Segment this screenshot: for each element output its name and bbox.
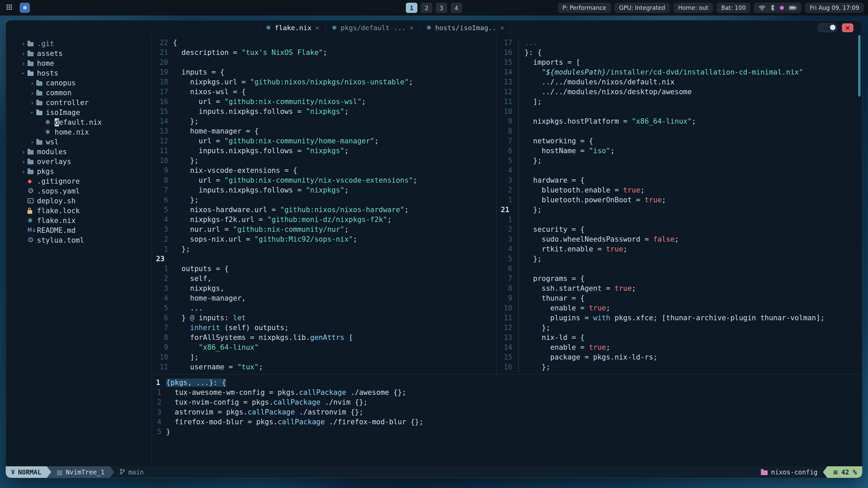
buffer-tab[interactable]: ❄flake.nix× [259, 20, 326, 35]
code-line[interactable]: 7 networking = { [497, 136, 862, 146]
code-line[interactable]: 3 astronvim = pkgs.callPackage ./astronv… [152, 407, 862, 417]
code-line[interactable]: 3 nur.url = "github:nix-community/nur"; [152, 225, 496, 235]
code-line[interactable]: 4 [497, 166, 862, 176]
code-line[interactable]: 5 nixos-hardware.url = "github:nixos/nix… [152, 205, 496, 215]
code-line[interactable]: 7 inputs.nixpkgs.follows = "nixpkgs"; [152, 185, 496, 195]
chevron-right-icon[interactable]: › [28, 99, 36, 107]
tree-item-wsl[interactable]: ›wsl [6, 137, 152, 147]
code-line[interactable]: 3 nixpkgs, [152, 284, 496, 293]
tab-close-icon[interactable]: × [410, 24, 414, 32]
code-line[interactable]: 4 rtkit.enable = true; [497, 244, 862, 254]
code-line[interactable]: 10 ]; [152, 352, 496, 362]
chevron-right-icon[interactable]: › [19, 40, 27, 48]
code-line[interactable]: 12 }; [497, 323, 862, 333]
code-line[interactable]: 23 [152, 254, 496, 264]
code-line[interactable]: 1 outputs = { [152, 264, 496, 274]
code-line[interactable]: 19 inputs = { [152, 67, 496, 77]
code-line[interactable]: 15 inputs.nixpkgs.follows = "nixpkgs"; [152, 107, 496, 117]
tree-item-hosts[interactable]: ›hosts [6, 68, 152, 78]
bluetooth-icon[interactable] [770, 5, 775, 11]
code-line[interactable]: 1{pkgs, ...}: { [152, 378, 862, 388]
chevron-right-icon[interactable]: › [28, 89, 36, 97]
tab-close-icon[interactable]: × [500, 24, 504, 32]
code-line[interactable]: 21 description = "tux's NixOS Flake"; [152, 48, 496, 58]
code-line[interactable]: 9 nixpkgs.hostPlatform = "x86_64-linux"; [497, 117, 862, 126]
code-line[interactable]: 3 sudo.wheelNeedsPassword = false; [497, 235, 862, 244]
code-line[interactable]: 14 }; [152, 117, 496, 126]
tree-item-home[interactable]: ›home [6, 58, 152, 68]
code-line[interactable]: 11 plugins = with pkgs.xfce; [thunar-arc… [497, 313, 862, 323]
tree-item-controller[interactable]: ›controller [6, 98, 152, 107]
chevron-right-icon[interactable]: › [19, 158, 27, 166]
tree-item-common[interactable]: ›common [6, 88, 152, 98]
tree-item-flake.lock[interactable]: flake.lock [6, 206, 152, 216]
code-line[interactable]: 1 [497, 215, 862, 225]
code-line[interactable]: 3 hardware = { [497, 176, 862, 185]
tree-item-stylua.toml[interactable]: ⚙stylua.toml [6, 235, 152, 245]
code-line[interactable]: 12 url = "github:nix-community/home-mana… [152, 136, 496, 146]
chevron-right-icon[interactable]: › [28, 138, 36, 146]
scrollbar[interactable] [858, 35, 861, 97]
apps-menu-button[interactable] [4, 3, 14, 13]
tree-item-overlays[interactable]: ›overlays [6, 157, 152, 166]
window-close-button[interactable]: × [842, 23, 853, 32]
tree-item-pkgs[interactable]: ›pkgs [6, 166, 152, 176]
tree-item-home.nix[interactable]: ❄home.nix [6, 127, 152, 137]
code-line[interactable]: 1 tux-awesome-wm-config = pkgs.callPacka… [152, 388, 862, 398]
code-line[interactable]: 7 inherit (self) outputs; [152, 323, 496, 333]
code-line[interactable]: 15 package = pkgs.nix-ld-rs; [497, 352, 862, 362]
chevron-down-icon[interactable]: › [28, 108, 36, 117]
code-line[interactable]: 13 home-manager = { [152, 126, 496, 136]
code-line[interactable]: 12 ../../modules/nixos/desktop/awesome [497, 87, 862, 97]
code-line[interactable]: 11 ]; [497, 97, 862, 107]
code-line[interactable]: 11 username = "tux"; [152, 362, 496, 372]
code-line[interactable]: 5 ... [152, 303, 496, 313]
code-line[interactable]: 2 self, [152, 274, 496, 284]
code-line[interactable]: 4 nixpkgs-f2k.url = "github:moni-dz/nixp… [152, 215, 496, 225]
code-line[interactable]: 16 url = "github:nix-community/nixos-wsl… [152, 97, 496, 107]
code-line[interactable]: 21 }; [497, 205, 862, 215]
chevron-right-icon[interactable]: › [28, 79, 36, 87]
code-line[interactable]: 14 "${modulesPath}/installer/cd-dvd/inst… [497, 67, 862, 77]
code-line[interactable]: 18 nixpkgs.url = "github:nixos/nixpkgs/n… [152, 77, 496, 87]
code-line[interactable]: 2 tux-nvim-config = pkgs.callPackage ./n… [152, 398, 862, 407]
code-line[interactable]: 13 nix-ld = { [497, 333, 862, 343]
code-line[interactable]: 8 [497, 126, 862, 136]
tree-item-.git[interactable]: ›.git [6, 39, 152, 48]
code-line[interactable]: 2 sops-nix.url = "github:Mic92/sops-nix"… [152, 235, 496, 244]
chevron-right-icon[interactable]: › [19, 49, 27, 58]
code-line[interactable]: 9 thunar = { [497, 293, 862, 303]
tree-item-README.md[interactable]: M↓README.md [6, 225, 152, 235]
code-line[interactable]: 15 imports = [ [497, 58, 862, 67]
buffer-tab[interactable]: ❄hosts/isoImag..× [420, 20, 511, 35]
wifi-icon[interactable] [758, 5, 766, 11]
code-line[interactable]: 5 }; [497, 254, 862, 264]
code-line[interactable]: 16}: { [497, 48, 862, 58]
workspace-button-3[interactable]: 3 [436, 3, 447, 13]
tree-item-.sops.yaml[interactable]: ⚙.sops.yaml [6, 186, 152, 196]
code-line[interactable]: 8 forAllSystems = nixpkgs.lib.genAttrs [ [152, 333, 496, 343]
code-line[interactable]: 6 [497, 264, 862, 274]
chevron-down-icon[interactable]: › [19, 69, 27, 77]
code-line[interactable]: 16 }; [497, 362, 862, 372]
code-line[interactable]: 10 }; [152, 156, 496, 166]
code-line[interactable]: 6 hostName = "iso"; [497, 146, 862, 156]
tree-item-.gitignore[interactable]: ◆.gitignore [6, 176, 152, 186]
tree-item-modules[interactable]: ›modules [6, 147, 152, 157]
code-line[interactable]: 10 enable = true; [497, 303, 862, 313]
workspace-button-4[interactable]: 4 [451, 3, 462, 13]
tree-item-deploy.sh[interactable]: >deploy.sh [6, 196, 152, 206]
chevron-right-icon[interactable]: › [19, 59, 27, 67]
code-line[interactable]: 4 firefox-mod-blur = pkgs.callPackage ./… [152, 417, 862, 427]
tree-item-assets[interactable]: ›assets [6, 48, 152, 58]
code-line[interactable]: 10 [497, 107, 862, 117]
workspace-button-1[interactable]: 1 [406, 3, 417, 13]
code-line[interactable]: 9 nix-vscode-extensions = { [152, 166, 496, 176]
code-line[interactable]: 8 ssh.startAgent = true; [497, 284, 862, 293]
code-line[interactable]: 8 url = "github:nix-community/nix-vscode… [152, 176, 496, 185]
code-line[interactable]: 9 "x86_64-linux" [152, 343, 496, 352]
code-line[interactable]: 4 home-manager, [152, 293, 496, 303]
buffer-tab[interactable]: ❄pkgs/default ...× [326, 20, 420, 35]
code-line[interactable]: 2 bluetooth.enable = true; [497, 185, 862, 195]
code-line[interactable]: 17... [497, 38, 862, 48]
